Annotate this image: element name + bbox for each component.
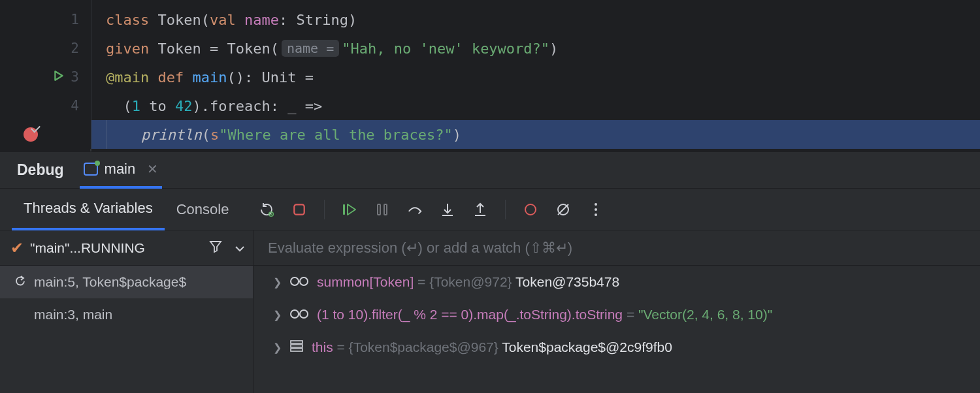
check-icon: ✔ [10, 239, 24, 257]
placeholder-text: Evaluate expression (↵) or add a watch (… [268, 240, 572, 257]
svg-point-8 [525, 204, 536, 215]
breakpoint-icon[interactable] [24, 127, 38, 142]
gutter-row[interactable]: 4 [0, 91, 91, 120]
svg-point-14 [291, 277, 299, 285]
debug-title: Debug [17, 161, 64, 179]
view-breakpoints-icon[interactable] [523, 202, 538, 217]
svg-rect-4 [378, 204, 380, 215]
variables-column: Evaluate expression (↵) or add a watch (… [253, 230, 980, 393]
var-name: summon[Token] [317, 274, 414, 289]
field: name [244, 12, 279, 28]
svg-point-1 [270, 213, 272, 214]
number: 1 [132, 98, 140, 114]
tab-threads-variables[interactable]: Threads & Variables [12, 189, 165, 230]
parameter-hint: name = [282, 40, 339, 57]
rerun-icon[interactable] [259, 202, 274, 217]
pause-icon[interactable] [374, 202, 390, 217]
type: Unit [261, 69, 296, 86]
recursion-icon [13, 274, 26, 290]
line-number: 1 [61, 12, 79, 27]
string: "Hah, no 'new' keyword?" [342, 40, 549, 57]
frame-label: main:5, Token$package$ [34, 274, 186, 290]
interpolator: s [210, 127, 219, 143]
type: String [296, 12, 348, 28]
run-config-label: main [105, 161, 136, 178]
variable-row[interactable]: ❯ (1 to 10).filter(_ % 2 == 0).map(_.toS… [253, 298, 980, 331]
gutter-row[interactable]: 2 [0, 34, 91, 63]
close-icon[interactable]: ✕ [147, 161, 158, 177]
expand-chevron-icon[interactable]: ❯ [273, 276, 282, 289]
divider [505, 200, 506, 219]
debug-panel: Debug main ✕ Threads & Variables Console [0, 151, 980, 393]
svg-rect-3 [343, 204, 345, 215]
svg-point-13 [595, 213, 597, 216]
svg-rect-20 [291, 349, 302, 351]
code-line[interactable]: @main def main(): Unit = [91, 63, 980, 91]
more-icon[interactable] [588, 202, 604, 217]
svg-point-17 [300, 310, 308, 318]
svg-point-12 [595, 208, 597, 211]
expand-chevron-icon[interactable]: ❯ [273, 309, 282, 321]
keyword: def [157, 69, 184, 86]
type: Token [157, 12, 201, 28]
svg-rect-19 [291, 345, 302, 347]
function: main [192, 69, 227, 86]
stop-icon[interactable] [291, 202, 307, 217]
step-over-icon[interactable] [407, 202, 423, 217]
svg-rect-2 [295, 204, 304, 214]
gutter[interactable]: 1 2 3 4 [0, 0, 91, 151]
code-area: 1 2 3 4 class Token(val name: String) gi… [0, 0, 980, 151]
run-config-icon [84, 163, 98, 176]
number: 42 [175, 98, 193, 114]
watch-icon [289, 307, 309, 322]
string: "Where are all the braces?" [219, 127, 453, 143]
type: Token [157, 40, 201, 57]
debug-toolbar: Threads & Variables Console [0, 189, 980, 230]
debug-tabbar: Debug main ✕ [0, 152, 980, 189]
code-line[interactable]: class Token(val name: String) [91, 5, 980, 34]
tab-console[interactable]: Console [165, 189, 241, 230]
thread-selector[interactable]: ✔ "main"...RUNNING [0, 230, 253, 266]
svg-rect-6 [442, 215, 453, 216]
svg-rect-18 [291, 341, 302, 343]
type: Token [227, 40, 270, 57]
thread-status: "main"...RUNNING [30, 240, 202, 256]
step-into-icon[interactable] [440, 202, 455, 217]
function: println [141, 127, 202, 143]
var-name: (1 to 10).filter(_ % 2 == 0).map(_.toStr… [317, 307, 623, 322]
variable-row[interactable]: ❯ this = {Token$package$@967} Token$pack… [253, 331, 980, 364]
svg-rect-5 [384, 204, 387, 215]
keyword: val [210, 12, 236, 28]
gutter-row[interactable]: 3 [0, 63, 91, 91]
keyword: given [106, 40, 149, 57]
line-number: 4 [61, 98, 79, 114]
step-out-icon[interactable] [472, 202, 488, 217]
evaluate-expression-input[interactable]: Evaluate expression (↵) or add a watch (… [253, 230, 980, 266]
frame-label: main:3, main [34, 307, 112, 322]
code-lines[interactable]: class Token(val name: String) given Toke… [91, 0, 980, 151]
code-line[interactable]: (1 to 42).foreach: _ => [91, 91, 980, 120]
object-icon [289, 339, 304, 356]
expand-chevron-icon[interactable]: ❯ [273, 341, 282, 354]
editor-pane: 1 2 3 4 class Token(val name: String) gi… [0, 0, 980, 393]
divider [324, 200, 325, 219]
code-line[interactable]: given Token = Token(name ="Hah, no 'new'… [91, 34, 980, 63]
threads-column: ✔ "main"...RUNNING main:5, Token$package… [0, 230, 253, 393]
resume-icon[interactable] [342, 202, 357, 217]
code-line-current[interactable]: println(s"Where are all the braces?") [91, 120, 980, 149]
run-gutter-icon[interactable] [53, 69, 65, 85]
variable-row[interactable]: ❯ summon[Token] = {Token@972} Token@735b… [253, 266, 980, 298]
stack-frame[interactable]: main:5, Token$package$ [0, 266, 253, 298]
gutter-row[interactable]: 1 [0, 5, 91, 34]
keyword: class [106, 12, 149, 28]
chevron-down-icon[interactable] [235, 240, 245, 256]
svg-point-11 [595, 203, 597, 206]
line-number: 2 [61, 40, 79, 56]
filter-icon[interactable] [208, 239, 223, 257]
stack-frame[interactable]: main:3, main [0, 298, 253, 331]
mute-breakpoints-icon[interactable] [555, 202, 571, 217]
gutter-row[interactable] [0, 120, 91, 149]
watch-icon [289, 274, 309, 290]
run-config-tab[interactable]: main ✕ [80, 152, 163, 189]
svg-point-15 [300, 277, 308, 285]
